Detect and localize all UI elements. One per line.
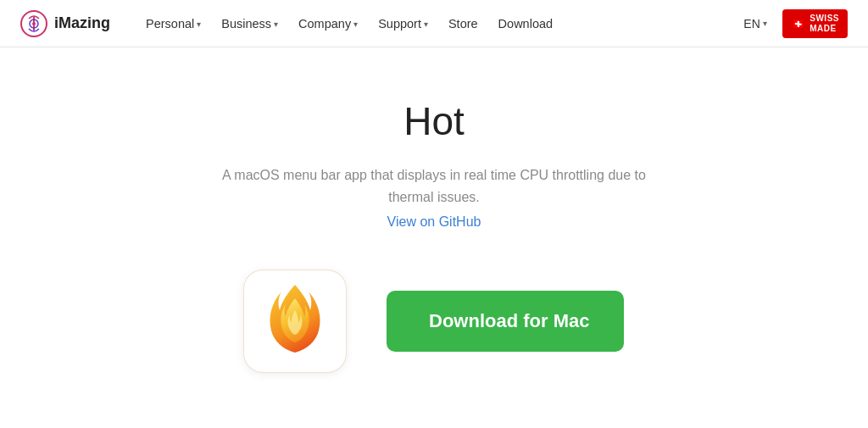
app-icon: [261, 283, 329, 359]
github-link[interactable]: View on GitHub: [387, 214, 481, 230]
logo-text: iMazing: [54, 14, 110, 32]
logo[interactable]: iMazing: [20, 10, 110, 37]
app-description: A macOS menu bar app that displays in re…: [214, 164, 654, 208]
download-mac-button[interactable]: Download for Mac: [387, 291, 624, 352]
chevron-down-icon: ▾: [424, 19, 428, 29]
download-button-label: Download for Mac: [429, 310, 589, 332]
nav-support[interactable]: Support ▾: [370, 12, 437, 36]
svg-point-2: [32, 22, 36, 25]
app-icon-wrapper: [244, 270, 346, 372]
nav-store[interactable]: Store: [440, 12, 487, 36]
swiss-cross-icon: 🇨🇭: [791, 17, 806, 31]
nav-links: Personal ▾ Business ▾ Company ▾ Support …: [137, 12, 738, 36]
chevron-down-icon: ▾: [197, 19, 201, 29]
swiss-made-badge[interactable]: 🇨🇭 SWISS MADE: [782, 9, 848, 38]
nav-company[interactable]: Company ▾: [290, 12, 366, 36]
page-title: Hot: [403, 98, 465, 144]
chevron-down-icon: ▾: [353, 19, 358, 29]
chevron-down-icon: ▾: [763, 19, 767, 28]
logo-icon: [20, 10, 47, 37]
main-content: Hot A macOS menu bar app that displays i…: [0, 47, 868, 406]
navbar: iMazing Personal ▾ Business ▾ Company ▾ …: [0, 0, 868, 47]
chevron-down-icon: ▾: [274, 19, 278, 29]
language-selector[interactable]: EN ▾: [738, 14, 771, 34]
nav-business[interactable]: Business ▾: [213, 12, 287, 36]
nav-download[interactable]: Download: [490, 12, 562, 36]
nav-right: EN ▾ 🇨🇭 SWISS MADE: [738, 9, 848, 38]
nav-personal[interactable]: Personal ▾: [137, 12, 209, 36]
download-row: Download for Mac: [244, 270, 624, 372]
